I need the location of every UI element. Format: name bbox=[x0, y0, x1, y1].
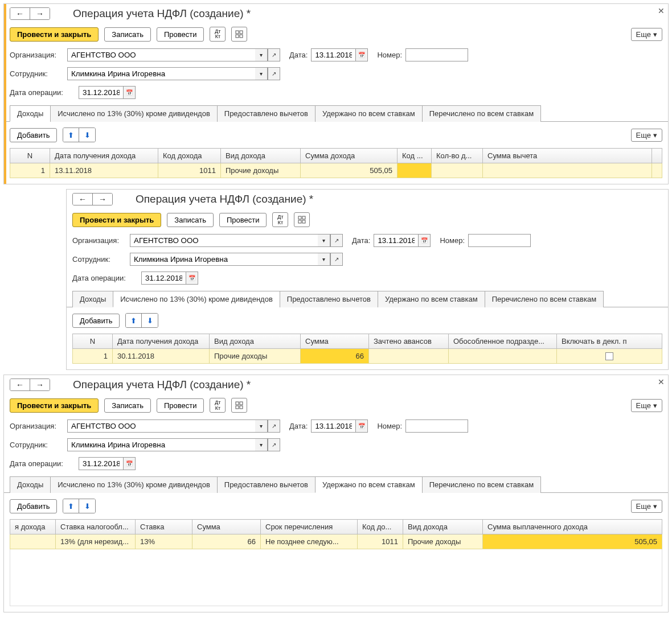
employee-input[interactable] bbox=[130, 253, 318, 266]
opdate-input[interactable] bbox=[79, 457, 123, 470]
opdate-field[interactable]: 📅 bbox=[79, 457, 136, 470]
col-count[interactable]: Кол-во д... bbox=[432, 149, 483, 163]
date-field[interactable]: 📅 bbox=[311, 419, 368, 433]
open-icon[interactable]: ↗ bbox=[330, 253, 343, 266]
open-icon[interactable]: ↗ bbox=[268, 67, 280, 80]
withheld-grid[interactable]: я дохода Ставка налогообл... Ставка Сумм… bbox=[10, 519, 662, 549]
open-icon[interactable]: ↗ bbox=[268, 438, 280, 451]
table-row[interactable]: 1 13.11.2018 1011 Прочие доходы 505,05 bbox=[10, 163, 662, 178]
cell-department[interactable] bbox=[449, 349, 557, 364]
col-code[interactable]: Код дохода bbox=[158, 149, 221, 163]
move-up-icon[interactable]: ⬆ bbox=[126, 314, 142, 327]
cell-deduction[interactable] bbox=[483, 163, 652, 178]
tab-withheld[interactable]: Удержано по всем ставкам bbox=[378, 291, 485, 307]
org-field[interactable]: ▾↗ bbox=[130, 234, 343, 247]
back-button[interactable]: ← bbox=[10, 379, 30, 390]
number-input[interactable] bbox=[468, 234, 531, 247]
col-include[interactable]: Включать в декл. п bbox=[557, 334, 662, 349]
cell-type[interactable]: Прочие доходы bbox=[210, 349, 301, 364]
checkbox[interactable] bbox=[605, 352, 613, 360]
calculated-grid[interactable]: N Дата получения дохода Вид дохода Сумма… bbox=[72, 334, 662, 364]
post-button[interactable]: Провести bbox=[157, 398, 204, 413]
add-button[interactable]: Добавить bbox=[10, 128, 57, 142]
move-down-icon[interactable]: ⬇ bbox=[142, 314, 158, 327]
dropdown-icon[interactable]: ▾ bbox=[255, 67, 268, 80]
employee-field[interactable]: ▾↗ bbox=[130, 253, 343, 266]
org-field[interactable]: ▾↗ bbox=[67, 419, 280, 433]
tab-transferred[interactable]: Перечислено по всем ставкам bbox=[485, 291, 604, 307]
org-input[interactable] bbox=[130, 234, 318, 247]
col-sum[interactable]: Сумма bbox=[192, 520, 261, 534]
more-button[interactable]: Еще▾ bbox=[631, 399, 662, 412]
income-grid[interactable]: N Дата получения дохода Код дохода Вид д… bbox=[10, 148, 662, 178]
col-date[interactable]: Дата получения дохода bbox=[50, 149, 158, 163]
cell-rate[interactable]: 13% (для нерезид... bbox=[56, 534, 136, 549]
grid-more-button[interactable]: Еще▾ bbox=[631, 129, 662, 142]
structure-icon[interactable] bbox=[231, 27, 247, 42]
col-paid[interactable]: Сумма выплаченного дохода bbox=[483, 520, 662, 534]
tab-calculated[interactable]: Исчислено по 13% (30%) кроме дивидендов bbox=[50, 476, 218, 493]
tab-deductions[interactable]: Предоставлено вычетов bbox=[217, 105, 315, 122]
employee-field[interactable]: ▾ ↗ bbox=[67, 67, 280, 80]
opdate-field[interactable]: 📅 bbox=[141, 272, 198, 285]
structure-icon[interactable] bbox=[231, 398, 247, 413]
move-up-icon[interactable]: ⬆ bbox=[63, 499, 79, 513]
col-type[interactable]: Вид дохода bbox=[210, 334, 301, 349]
move-down-icon[interactable]: ⬇ bbox=[79, 128, 95, 142]
opdate-field[interactable]: 📅 bbox=[79, 86, 136, 99]
org-input[interactable] bbox=[67, 419, 255, 433]
dropdown-icon[interactable]: ▾ bbox=[255, 419, 268, 433]
tab-income[interactable]: Доходы bbox=[10, 105, 51, 122]
calendar-icon[interactable]: 📅 bbox=[355, 48, 368, 61]
number-input[interactable] bbox=[405, 48, 468, 61]
col-department[interactable]: Обособленное подразде... bbox=[449, 334, 557, 349]
forward-button[interactable]: → bbox=[30, 379, 50, 390]
add-button[interactable]: Добавить bbox=[10, 499, 57, 513]
dropdown-icon[interactable]: ▾ bbox=[255, 438, 268, 451]
opdate-input[interactable] bbox=[79, 86, 123, 99]
cell-sum[interactable]: 66 bbox=[192, 534, 261, 549]
cell-date[interactable]: 13.11.2018 bbox=[50, 163, 158, 178]
grid-more-button[interactable]: Еще▾ bbox=[631, 500, 662, 513]
cell-code[interactable]: 1011 bbox=[358, 534, 403, 549]
cell-sum[interactable]: 66 bbox=[301, 349, 369, 364]
org-input[interactable] bbox=[67, 48, 255, 61]
more-button[interactable]: Еще▾ bbox=[631, 28, 662, 41]
date-input[interactable] bbox=[311, 419, 355, 433]
open-icon[interactable]: ↗ bbox=[330, 234, 343, 247]
register-entries-icon[interactable]: ДтКт bbox=[272, 212, 288, 227]
cell-type[interactable]: Прочие доходы bbox=[403, 534, 483, 549]
register-entries-icon[interactable]: ДтКт bbox=[210, 27, 226, 42]
write-button[interactable]: Записать bbox=[104, 27, 151, 42]
post-and-close-button[interactable]: Провести и закрыть bbox=[10, 27, 99, 42]
tab-calculated[interactable]: Исчислено по 13% (30%) кроме дивидендов bbox=[113, 291, 280, 307]
col-code[interactable]: Код до... bbox=[358, 520, 403, 534]
write-button[interactable]: Записать bbox=[167, 213, 214, 227]
move-up-icon[interactable]: ⬆ bbox=[63, 128, 79, 142]
register-entries-icon[interactable]: ДтКт bbox=[210, 398, 226, 413]
employee-input[interactable] bbox=[67, 438, 255, 451]
cell-dcode[interactable] bbox=[398, 163, 432, 178]
date-field[interactable]: 📅 bbox=[311, 48, 368, 61]
tab-calculated[interactable]: Исчислено по 13% (30%) кроме дивидендов bbox=[50, 105, 218, 122]
close-icon[interactable]: ✕ bbox=[658, 377, 665, 386]
col-date[interactable]: Дата получения дохода bbox=[113, 334, 210, 349]
calendar-icon[interactable]: 📅 bbox=[186, 272, 198, 285]
tab-income[interactable]: Доходы bbox=[72, 291, 113, 307]
post-button[interactable]: Провести bbox=[219, 213, 267, 227]
org-field[interactable]: ▾ ↗ bbox=[67, 48, 280, 61]
col-n[interactable]: N bbox=[10, 149, 50, 163]
opdate-input[interactable] bbox=[141, 272, 186, 285]
cell-type[interactable]: Прочие доходы bbox=[221, 163, 301, 178]
add-button[interactable]: Добавить bbox=[72, 314, 120, 328]
tab-deductions[interactable]: Предоставлено вычетов bbox=[217, 476, 315, 493]
col-ratep[interactable]: Ставка bbox=[136, 520, 192, 534]
number-input[interactable] bbox=[405, 419, 468, 433]
employee-input[interactable] bbox=[67, 67, 255, 80]
table-row[interactable]: 13% (для нерезид... 13% 66 Не позднее сл… bbox=[10, 534, 662, 549]
cell-date[interactable]: 30.11.2018 bbox=[113, 349, 210, 364]
dropdown-icon[interactable]: ▾ bbox=[318, 253, 330, 266]
dropdown-icon[interactable]: ▾ bbox=[255, 48, 268, 61]
cell-code[interactable]: 1011 bbox=[158, 163, 221, 178]
tab-withheld[interactable]: Удержано по всем ставкам bbox=[315, 105, 423, 122]
